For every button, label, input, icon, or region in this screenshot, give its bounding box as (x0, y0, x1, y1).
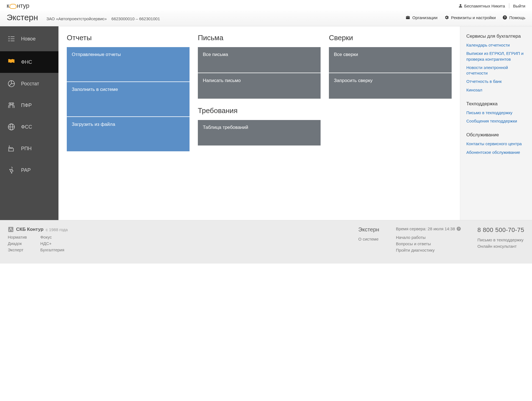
footer-link-expert[interactable]: Эксперт (8, 247, 30, 252)
tile-all-reconciliations[interactable]: Все сверки (329, 47, 452, 73)
help-label: Помощь (509, 15, 525, 20)
logo[interactable]: к нтур (7, 2, 29, 9)
briefcase-icon (405, 15, 410, 20)
sidebar-item-fss[interactable]: ФСС (0, 116, 58, 138)
tile-fill-in-system[interactable]: Заполнить в системе (67, 82, 190, 116)
logout-link[interactable]: Выйти (513, 4, 525, 8)
footer-contact-col: 8 800 500-70-75 Письмо в техподдержку Он… (477, 226, 524, 252)
divider (509, 3, 509, 8)
footer-link-faq[interactable]: Вопросы и ответы (396, 241, 461, 246)
piechart-icon (7, 80, 16, 88)
sidebar-label: ФНС (21, 59, 32, 65)
brand-icon (8, 226, 14, 233)
sidebar-label: Новое (21, 36, 35, 42)
logo-text: нтур (17, 2, 29, 9)
tile-upload-from-file[interactable]: Загрузить из файла (67, 117, 190, 151)
svg-point-19 (12, 170, 13, 172)
svg-point-20 (11, 172, 12, 173)
rp-heading-services: Сервисы для бухгалтера (466, 34, 526, 39)
rp-link-support-messages[interactable]: Сообщения техподдержки (466, 118, 526, 124)
sidebar: Новое ФНС Росстат ПФР ФСС (0, 26, 58, 220)
svg-point-18 (10, 170, 12, 172)
footer-link-online-consultant[interactable]: Онлайн консультант (477, 244, 524, 249)
section-title-letters: Письма (198, 34, 321, 42)
tile-all-letters[interactable]: Все письма (198, 47, 321, 73)
server-time: Время сервера: 28 июля 14:38 ? (396, 226, 461, 231)
product-title: Экстерн (7, 13, 38, 22)
rp-link-news[interactable]: Новости электронной отчетности (466, 65, 526, 76)
user-icon (459, 4, 462, 8)
column-reconciliations: Сверки Все сверки Запросить сверку (329, 32, 452, 214)
subheader-left: Экстерн ЗАО «Автопроектстройсервис» 6623… (7, 13, 160, 22)
globe-icon (7, 123, 16, 131)
sidebar-item-rpn[interactable]: РПН (0, 138, 58, 159)
help-icon[interactable]: ? (457, 227, 461, 231)
sidebar-label: РПН (21, 146, 32, 152)
footer-brand-title: СКБ Контур (16, 227, 44, 232)
factory-icon (7, 144, 16, 153)
rp-link-bank-reporting[interactable]: Отчетность в банк (466, 79, 526, 84)
footer-link-support-letter[interactable]: Письмо в техподдержку (477, 237, 524, 242)
grapes-icon (7, 166, 16, 174)
sidebar-item-rar[interactable]: РАР (0, 159, 58, 181)
gear-icon (444, 15, 449, 20)
main-content: Отчеты Отправленные отчеты Заполнить в с… (58, 26, 460, 220)
people-icon (7, 101, 16, 109)
rp-link-cinema[interactable]: Кинозал (466, 87, 526, 93)
flag-icon (7, 58, 16, 66)
sidebar-item-rosstat[interactable]: Росстат (0, 73, 58, 94)
svg-text:?: ? (504, 16, 506, 19)
user-menu[interactable]: Беспамятных Никита (459, 4, 505, 8)
organizations-link[interactable]: Организации (405, 15, 438, 20)
footer-link-getting-started[interactable]: Начало работы (396, 235, 461, 240)
logo-letter-k: к (7, 2, 9, 9)
sidebar-label: Росстат (21, 81, 39, 87)
org-info: ЗАО «Автопроектстройсервис» 6623000010 –… (46, 16, 160, 21)
rp-heading-support: Техподдержка (466, 101, 526, 107)
rp-link-extracts[interactable]: Выписки из ЕГРЮЛ, ЕГРИП и проверка контр… (466, 51, 526, 62)
tile-write-letter[interactable]: Написать письмо (198, 73, 321, 99)
help-link[interactable]: ? Помощь (502, 15, 525, 20)
topbar: к нтур Беспамятных Никита Выйти (0, 0, 532, 11)
footer-products-grid: Норматив Фокус Диадок НДС+ Эксперт Бухга… (8, 235, 68, 252)
tile-requirements-table[interactable]: Таблица требований (198, 120, 321, 145)
logo-cloud-icon (9, 4, 17, 9)
tile-sent-reports[interactable]: Отправленные отчеты (67, 47, 190, 81)
rp-link-subscription[interactable]: Абонентское обслуживание (466, 150, 526, 155)
footer-brand-block: СКБ Контур с 1988 года Норматив Фокус Ди… (8, 226, 68, 252)
footer-link-buh[interactable]: Бухгалтерия (40, 247, 68, 252)
footer: СКБ Контур с 1988 года Норматив Фокус Ди… (0, 220, 532, 264)
footer-help-col: Время сервера: 28 июля 14:38 ? Начало ра… (396, 226, 461, 252)
sidebar-label: ПФР (21, 103, 32, 108)
footer-product-title: Экстерн (358, 226, 379, 233)
footer-link-diadok[interactable]: Диадок (8, 241, 30, 246)
rp-link-service-contacts[interactable]: Контакты сервисного центра (466, 141, 526, 147)
org-codes: 6623000010 – 662301001 (111, 16, 160, 21)
tile-request-reconciliation[interactable]: Запросить сверку (329, 73, 452, 99)
sidebar-item-new[interactable]: Новое (0, 26, 58, 51)
footer-link-nds[interactable]: НДС+ (40, 241, 68, 246)
footer-link-diagnostics[interactable]: Пройти диагностику (396, 248, 461, 252)
rp-link-calendar[interactable]: Календарь отчетности (466, 42, 526, 48)
server-time-text: Время сервера: 28 июля 14:38 (396, 226, 455, 231)
organizations-label: Организации (412, 15, 438, 20)
org-name: ЗАО «Автопроектстройсервис» (46, 16, 107, 21)
footer-phone: 8 800 500-70-75 (477, 226, 524, 234)
footer-brand-since: с 1988 года (46, 227, 68, 232)
footer-link-fokus[interactable]: Фокус (40, 235, 68, 239)
subheader-right: Организации Реквизиты и настройки ? Помо… (405, 15, 525, 20)
footer-link-about[interactable]: О системе (358, 237, 379, 241)
section-title-reconciliations: Сверки (329, 34, 452, 42)
section-title-reports: Отчеты (67, 34, 190, 42)
settings-link[interactable]: Реквизиты и настройки (444, 15, 496, 20)
sidebar-item-fns[interactable]: ФНС (0, 51, 58, 73)
svg-point-17 (11, 169, 13, 170)
layout: Новое ФНС Росстат ПФР ФСС (0, 26, 532, 220)
rp-link-support-letter[interactable]: Письмо в техподдержку (466, 110, 526, 116)
footer-link-normativ[interactable]: Норматив (8, 235, 30, 239)
footer-spacer (84, 226, 342, 252)
new-icon (7, 35, 16, 43)
right-panel: Сервисы для бухгалтера Календарь отчетно… (460, 26, 532, 220)
sidebar-item-pfr[interactable]: ПФР (0, 94, 58, 116)
subheader: Экстерн ЗАО «Автопроектстройсервис» 6623… (0, 11, 532, 26)
